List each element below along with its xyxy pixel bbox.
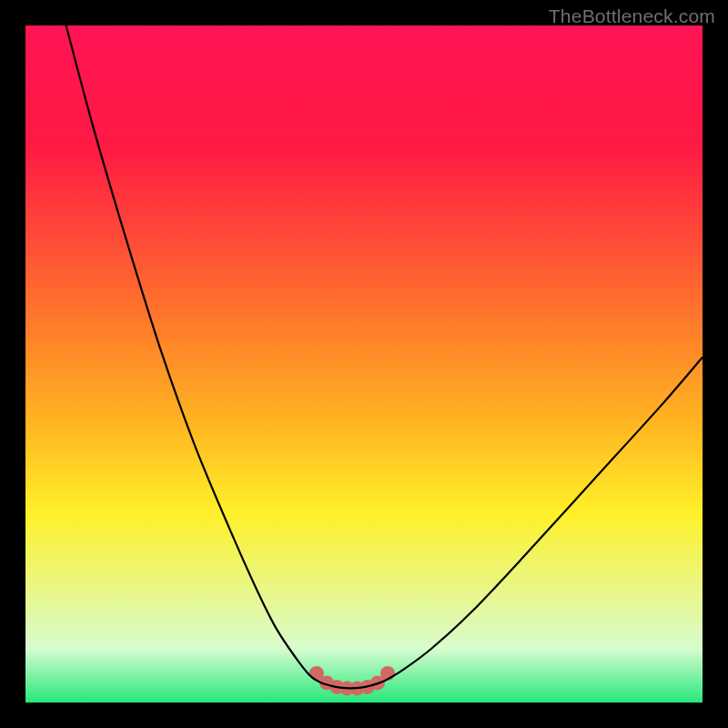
left-curve [66, 25, 330, 685]
watermark-text: TheBottleneck.com [549, 5, 715, 27]
plot-area [25, 25, 703, 703]
curves-layer [25, 25, 703, 703]
chart-frame: TheBottleneck.com [0, 0, 728, 728]
right-curve [370, 358, 703, 686]
